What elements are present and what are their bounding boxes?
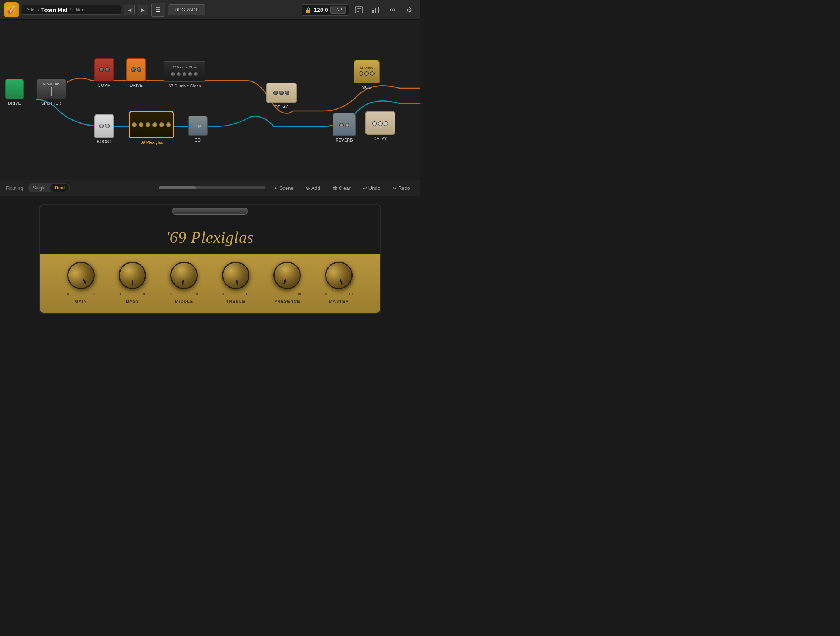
delay-bot-pedal[interactable]: DELAY bbox=[365, 111, 395, 141]
boost-pedal[interactable]: BOOST bbox=[94, 114, 114, 144]
svg-rect-6 bbox=[378, 7, 379, 13]
artist-name: Tosin Mid bbox=[41, 6, 67, 13]
svg-rect-5 bbox=[375, 8, 376, 13]
signal-chain: DRIVE SPLITTER SPLITTER COMP DRIVE bbox=[0, 20, 420, 180]
middle-label: MIDDLE bbox=[175, 299, 193, 304]
prev-preset-button[interactable]: ◀ bbox=[124, 5, 135, 15]
amp-handle-bar bbox=[40, 205, 380, 217]
eq-pedal[interactable]: EQ4 EQ bbox=[188, 116, 208, 142]
menu-icon: ☰ bbox=[156, 6, 161, 13]
clear-button[interactable]: 🗑 Clear bbox=[329, 184, 354, 192]
amp69-pedal[interactable]: '69 Plexiglas bbox=[129, 111, 174, 145]
upgrade-button[interactable]: UPGRADE bbox=[168, 4, 205, 15]
middle-knob[interactable] bbox=[168, 259, 200, 291]
routing-bar: Routing Single Dual ✦ Scene ⊕ Add 🗑 Clea… bbox=[0, 180, 420, 196]
loop-icon[interactable]: ∞ bbox=[386, 3, 399, 17]
menu-button[interactable]: ☰ bbox=[151, 3, 165, 17]
presence-knob[interactable] bbox=[270, 258, 305, 293]
mod-pedal[interactable]: CHORUS MOD bbox=[354, 60, 380, 89]
scene-button[interactable]: ✦ Scene bbox=[270, 184, 297, 192]
svg-rect-4 bbox=[372, 10, 374, 13]
master-label: MASTER bbox=[329, 299, 349, 304]
middle-knob-container: 0 10 MIDDLE bbox=[170, 262, 198, 304]
score-icon[interactable] bbox=[352, 3, 366, 17]
presence-label: PRESENCE bbox=[274, 299, 300, 304]
routing-toggle: Single Dual bbox=[28, 183, 70, 192]
routing-label: Routing bbox=[6, 185, 23, 191]
amp-body: '69 Plexiglas 0 10 GAIN 0 10 BASS bbox=[39, 204, 381, 314]
scene-icon: ✦ bbox=[274, 185, 278, 191]
master-knob-container: 0 10 MASTER bbox=[325, 262, 353, 304]
amp67-pedal[interactable]: '67 Dumble Clean '67 Dumble Clean bbox=[164, 61, 205, 88]
single-routing-option[interactable]: Single bbox=[29, 184, 50, 192]
dual-routing-option[interactable]: Dual bbox=[50, 184, 69, 192]
overdrive-pedal[interactable]: DRIVE bbox=[126, 58, 146, 87]
add-icon: ⊕ bbox=[306, 185, 310, 191]
redo-button[interactable]: ↪ Redo bbox=[389, 184, 414, 192]
bass-label: BASS bbox=[126, 299, 139, 304]
tap-button[interactable]: TAP bbox=[330, 6, 346, 14]
artist-edited-badge: *Edited bbox=[70, 7, 84, 13]
amp-name: '69 Plexiglas bbox=[166, 228, 254, 246]
bars-icon[interactable] bbox=[369, 3, 383, 17]
amp-top-panel: '69 Plexiglas bbox=[40, 217, 380, 254]
comp-pedal[interactable]: COMP bbox=[94, 58, 114, 87]
redo-icon: ↪ bbox=[392, 185, 397, 191]
undo-icon: ↩ bbox=[363, 185, 367, 191]
amp-handle bbox=[172, 208, 248, 215]
trash-icon: 🗑 bbox=[332, 185, 337, 191]
presence-knob-container: 0 10 PRESENCE bbox=[273, 262, 301, 304]
treble-knob[interactable] bbox=[220, 259, 251, 291]
amp-display: '69 Plexiglas 0 10 GAIN 0 10 BASS bbox=[0, 196, 420, 318]
bpm-section: 🔒 120.0 TAP bbox=[302, 4, 349, 16]
amp-controls-panel: 0 10 GAIN 0 10 BASS 0 10 bbox=[40, 254, 380, 313]
bass-knob[interactable] bbox=[119, 262, 146, 289]
splitter-pedal[interactable]: SPLITTER SPLITTER bbox=[36, 79, 67, 105]
lock-icon: 🔒 bbox=[305, 7, 311, 13]
gain-knob-container: 0 10 GAIN bbox=[67, 262, 95, 304]
drive-pedal[interactable]: DRIVE bbox=[5, 79, 24, 105]
progress-bar[interactable] bbox=[159, 186, 265, 189]
delay-top-pedal[interactable]: DELAY bbox=[266, 83, 297, 109]
gain-label: GAIN bbox=[75, 299, 87, 304]
bass-knob-container: 0 10 BASS bbox=[119, 262, 146, 304]
reverb-pedal[interactable]: REVERB bbox=[333, 113, 356, 142]
settings-icon[interactable]: ⚙ bbox=[402, 3, 416, 17]
topbar: 🎸 Artists Tosin Mid *Edited ◀ ▶ ☰ UPGRAD… bbox=[0, 0, 420, 20]
artist-label: Artists bbox=[26, 7, 39, 13]
undo-button[interactable]: ↩ Undo bbox=[359, 184, 384, 192]
app-logo-icon: 🎸 bbox=[4, 2, 19, 17]
bpm-value: 120.0 bbox=[314, 6, 328, 13]
gain-knob[interactable] bbox=[62, 257, 100, 294]
artist-section: Artists Tosin Mid *Edited bbox=[22, 5, 121, 15]
add-button[interactable]: ⊕ Add bbox=[302, 184, 324, 192]
next-preset-button[interactable]: ▶ bbox=[138, 5, 148, 15]
treble-knob-container: 0 10 TREBLE bbox=[222, 262, 249, 304]
treble-label: TREBLE bbox=[226, 299, 245, 304]
master-knob[interactable] bbox=[321, 258, 356, 293]
